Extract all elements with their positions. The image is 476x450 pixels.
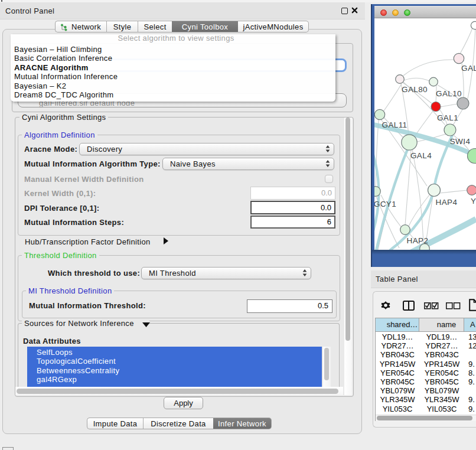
svg-text:GCY1: GCY1 — [374, 200, 396, 208]
svg-text:Y: Y — [471, 197, 476, 206]
svg-text:GAL10: GAL10 — [436, 89, 462, 98]
svg-text:HAP4: HAP4 — [436, 198, 458, 207]
svg-text:SWI4: SWI4 — [450, 137, 471, 146]
svg-text:GAL1: GAL1 — [437, 113, 458, 122]
svg-text:HAP2: HAP2 — [407, 236, 429, 245]
svg-text:GAL11: GAL11 — [382, 120, 407, 129]
svg-text:GAL4: GAL4 — [410, 151, 432, 160]
svg-text:GAL: GAL — [461, 64, 476, 73]
svg-text:GAL80: GAL80 — [402, 85, 428, 94]
